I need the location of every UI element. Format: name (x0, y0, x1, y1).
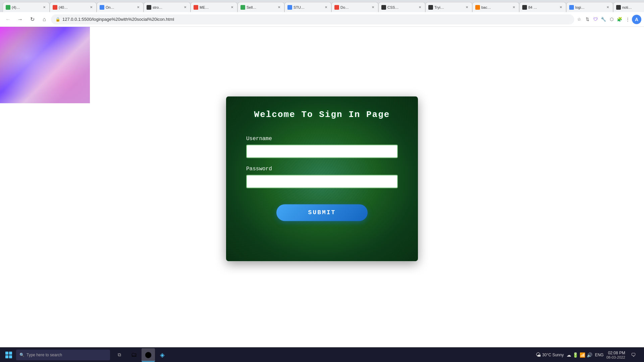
tab-label-9: CSS… (387, 5, 416, 9)
login-card: Welcome To Sign In Page Username Passwor… (226, 96, 418, 261)
tab-label-2: (40… (59, 5, 88, 9)
menu-button[interactable]: ⋮ (624, 16, 631, 23)
extension-icon-1[interactable]: 🔧 (600, 16, 607, 23)
tab-1[interactable]: (4)… ✕ (3, 2, 50, 12)
nav-bar: ← → ↻ ⌂ 🔒 127.0.0.1:5500/loginpage%20wit… (0, 12, 644, 27)
browser-frame: (4)… ✕ (40… ✕ On… ✕ stro… ✕ ME… ✕ Sell… … (0, 0, 644, 362)
tab-close-6[interactable]: ✕ (277, 5, 281, 10)
tab-close-11[interactable]: ✕ (512, 5, 516, 10)
tab-close-8[interactable]: ✕ (371, 5, 375, 10)
tab-favicon-8 (334, 5, 339, 10)
tab-favicon-12 (522, 5, 527, 10)
lock-icon: 🔒 (55, 17, 60, 22)
tab-label-8: Do… (340, 5, 369, 9)
tab-4[interactable]: stro… ✕ (144, 2, 191, 12)
windows-logo-icon (5, 352, 12, 358)
bookmark-button[interactable]: ☆ (576, 16, 583, 23)
weather-icon: 🌤 (536, 352, 541, 358)
chrome-icon: ⬤ (145, 351, 152, 358)
tab-close-5[interactable]: ✕ (230, 5, 234, 10)
tab-close-1[interactable]: ✕ (42, 5, 47, 10)
tab-label-11: bac… (481, 5, 510, 9)
address-bar[interactable]: 🔒 127.0.0.1:5500/loginpage%20with%20soci… (51, 14, 574, 24)
tab-favicon-6 (240, 5, 245, 10)
tab-5[interactable]: ME… ✕ (191, 2, 237, 12)
tab-8[interactable]: Do… ✕ (331, 2, 378, 12)
tab-12[interactable]: 84 … ✕ (519, 2, 566, 12)
sys-icons: ☁ 🔋 📶 🔊 (567, 352, 592, 358)
start-button[interactable] (3, 349, 15, 361)
tab-label-4: stro… (153, 5, 181, 9)
tab-7[interactable]: STU… ✕ (284, 2, 331, 12)
vscode-app[interactable]: ◈ (156, 348, 169, 362)
tab-favicon-11 (475, 5, 480, 10)
tab-close-3[interactable]: ✕ (136, 5, 141, 10)
tab-favicon-3 (100, 5, 104, 10)
password-input[interactable] (246, 175, 398, 188)
tab-14[interactable]: noti… ✕ (613, 2, 644, 12)
forward-button[interactable]: → (15, 14, 25, 25)
background-image (0, 27, 90, 103)
tab-favicon-1 (6, 5, 10, 10)
battery-icon[interactable]: 🔋 (573, 352, 578, 358)
tab-13[interactable]: logi… ✕ (566, 2, 613, 12)
nav-actions: ☆ ⇅ 🛡 🔧 ⬡ 🧩 ⋮ A (576, 15, 641, 24)
tab-close-7[interactable]: ✕ (324, 5, 328, 10)
content-area: Welcome To Sign In Page Username Passwor… (0, 27, 644, 347)
password-group: Password (246, 166, 398, 188)
card-background: Welcome To Sign In Page Username Passwor… (226, 96, 418, 261)
tab-close-13[interactable]: ✕ (605, 5, 610, 10)
back-button[interactable]: ← (3, 14, 13, 25)
tab-close-12[interactable]: ✕ (558, 5, 563, 10)
tab-label-12: 84 … (528, 5, 557, 9)
notification-button[interactable]: 🗨 (628, 350, 639, 360)
submit-button[interactable]: SUBMIT (276, 204, 367, 221)
tab-label-6: Sell… (247, 5, 275, 9)
vscode-icon: ◈ (160, 351, 165, 359)
refresh-button[interactable]: ↻ (27, 14, 38, 25)
tab-favicon-13 (569, 5, 574, 10)
tab-6[interactable]: Sell… ✕ (237, 2, 284, 12)
system-clock[interactable]: 02:08 PM 08-03-2022 (606, 351, 625, 359)
profile-avatar[interactable]: A (632, 15, 641, 24)
taskbar-apps: 🗂 ⬤ ◈ (127, 348, 169, 362)
file-explorer-app[interactable]: 🗂 (127, 348, 141, 362)
tab-close-9[interactable]: ✕ (418, 5, 422, 10)
tab-11[interactable]: bac… ✕ (472, 2, 519, 12)
profile-sync-icon[interactable]: ⇅ (584, 16, 591, 23)
tab-9[interactable]: CSS… ✕ (378, 2, 425, 12)
username-label: Username (246, 136, 398, 142)
taskbar-search[interactable]: 🔍 Type here to search (16, 350, 110, 360)
system-tray: 🌤 30°C Sunny ☁ 🔋 📶 🔊 ENG 02:08 PM 08-03-… (533, 350, 641, 360)
search-icon: 🔍 (19, 353, 24, 357)
cloud-icon[interactable]: ☁ (567, 352, 571, 358)
tab-label-13: logi… (575, 5, 604, 9)
extension-icon-2[interactable]: ⬡ (608, 16, 615, 23)
extensions-button[interactable]: 🧩 (616, 16, 623, 23)
username-input[interactable] (246, 144, 398, 158)
tab-10[interactable]: Tryi… ✕ (425, 2, 472, 12)
tab-close-4[interactable]: ✕ (183, 5, 187, 10)
tab-favicon-14 (616, 5, 621, 10)
task-view-icon: ⧉ (118, 352, 121, 358)
weather-display: 🌤 30°C Sunny (536, 352, 564, 358)
tab-label-3: On… (106, 5, 135, 9)
wifi-icon[interactable]: 📶 (580, 352, 585, 358)
home-button[interactable]: ⌂ (39, 14, 50, 25)
volume-icon[interactable]: 🔊 (587, 352, 592, 358)
folder-icon: 🗂 (131, 351, 137, 358)
tab-3[interactable]: On… ✕ (97, 2, 144, 12)
tab-close-10[interactable]: ✕ (465, 5, 469, 10)
time-display: 02:08 PM (608, 351, 625, 355)
notification-icon: 🗨 (631, 352, 636, 358)
task-view-button[interactable]: ⧉ (113, 348, 126, 362)
search-placeholder: Type here to search (26, 353, 62, 357)
tab-2[interactable]: (40… ✕ (50, 2, 97, 12)
tab-close-2[interactable]: ✕ (89, 5, 94, 10)
tab-favicon-10 (428, 5, 433, 10)
tab-favicon-7 (287, 5, 292, 10)
shield-icon[interactable]: 🛡 (592, 16, 599, 23)
tab-favicon-4 (147, 5, 151, 10)
chrome-app[interactable]: ⬤ (142, 348, 155, 362)
tab-label-5: ME… (200, 5, 228, 9)
